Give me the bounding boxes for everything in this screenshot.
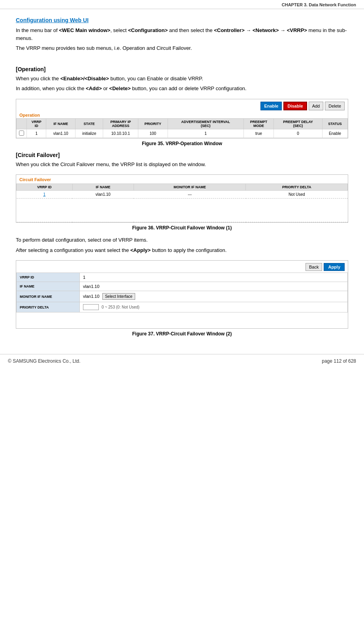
td-status: Enable: [322, 129, 347, 138]
cf-td-if-name: vlan1.10: [72, 191, 134, 199]
figure-36-container: Circuit Failover VRRP ID IF NAME MONITOR…: [16, 174, 348, 223]
detail-row-if-name: IF NAME vlan1.10: [17, 282, 348, 291]
operation-heading: [Operation]: [16, 66, 348, 72]
cf-table-header-row: VRRP ID IF NAME MONITOR IF NAME PRIORITY…: [17, 184, 348, 191]
td-priority: 100: [138, 129, 168, 138]
select-interface-button[interactable]: Select Interface: [102, 293, 135, 300]
bold-add: <Add>: [86, 85, 102, 91]
add-button[interactable]: Add: [309, 102, 324, 110]
intro-p2: The VRRP menu provides two sub menus, i.…: [16, 44, 348, 52]
monitor-if-value: vlan1.10: [83, 294, 100, 299]
bold-wec: <WEC Main window>: [59, 27, 110, 33]
cf-heading: [Circuit Failover]: [16, 152, 348, 158]
label-if-name: IF NAME: [17, 282, 80, 291]
detail-text-1: To perform detail configuration, select …: [16, 236, 348, 244]
value-vrrp-id: 1: [80, 273, 348, 282]
priority-delta-input[interactable]: [83, 304, 99, 310]
bold-config: <Configuration>: [128, 27, 168, 33]
th-checkbox: [17, 118, 27, 129]
bold-enable-disable: <Enable>/<Disable>: [60, 76, 109, 81]
cf-td-vrrp-id: 1: [17, 191, 73, 199]
detail-row-vrrp-id: VRRP ID 1: [17, 273, 348, 282]
enable-button[interactable]: Enable: [260, 102, 282, 110]
apply-button[interactable]: Apply: [324, 263, 345, 271]
cf-empty-row: [17, 199, 348, 222]
cf-empty-cell: [17, 199, 348, 222]
priority-hint: 0 ~ 253 (0: Not Used): [102, 305, 140, 309]
op-toolbar: Enable Disable Add Delete: [16, 99, 348, 112]
cf-section-label: Circuit Failover: [16, 175, 348, 184]
cf-th-priority-delta: PRIORITY DELTA: [246, 184, 348, 191]
figure-37-container: Back Apply VRRP ID 1 IF NAME vlan1.10 MO…: [16, 260, 348, 329]
copyright: © SAMSUNG Electronics Co., Ltd.: [8, 358, 81, 364]
fig37-bottom-padding: [16, 312, 348, 328]
cf-table-row: 1 vlan1.10 --- Not Used: [17, 191, 348, 199]
detail-text-2: After selecting a configuration you want…: [16, 246, 348, 254]
page-footer: © SAMSUNG Electronics Co., Ltd. page 112…: [0, 354, 364, 368]
back-button[interactable]: Back: [306, 263, 322, 271]
cf-td-priority-delta: Not Used: [246, 191, 348, 199]
op-text-2: In addition, when you click the <Add> or…: [16, 85, 348, 93]
intro-p1: In the menu bar of <WEC Main window>, se…: [16, 27, 348, 42]
label-monitor-if: MONITOR IF NAME: [17, 291, 80, 302]
td-vrrp-id: 1: [27, 129, 46, 138]
th-if-name: IF NAME: [46, 118, 75, 129]
bold-delete: <Delete>: [109, 85, 130, 91]
figure-35-container: Enable Disable Add Delete Operation VRRP…: [16, 99, 348, 138]
td-preempt-mode: true: [243, 129, 273, 138]
label-priority-delta: PRIORITY DELTA: [17, 302, 80, 312]
fig36-caption: Figure 36. VRRP-Circuit Failover Window …: [16, 225, 348, 231]
th-primary-ip: PRIMARY IPADDRESS: [103, 118, 138, 129]
td-preempt-delay: 0: [274, 129, 323, 138]
th-adv-interval: ADVERTISEMENT INTERVAL(SEC): [168, 118, 243, 129]
th-status: STATUS: [322, 118, 347, 129]
th-state: STATE: [75, 118, 103, 129]
detail-row-monitor-if: MONITOR IF NAME vlan1.10 Select Interfac…: [17, 291, 348, 302]
cf-td-monitor-if: ---: [134, 191, 246, 199]
td-if-name: vlan1.10: [46, 129, 75, 138]
operation-table: VRRPID IF NAME STATE PRIMARY IPADDRESS P…: [16, 118, 348, 138]
td-checkbox: [17, 129, 27, 138]
chapter-title: CHAPTER 3. Data Network Function: [282, 2, 356, 7]
fig35-caption: Figure 35. VRRP-Operation Window: [16, 141, 348, 146]
cf-th-vrrp-id: VRRP ID: [17, 184, 73, 191]
fig37-toolbar: Back Apply: [16, 261, 348, 273]
td-state: initialize: [75, 129, 103, 138]
cf-th-monitor-if: MONITOR IF NAME: [134, 184, 246, 191]
section-title: Configuration using Web UI: [16, 17, 348, 23]
cf-vrrp-link[interactable]: 1: [43, 192, 45, 197]
fig37-caption: Figure 37. VRRP-Circuit Failover Window …: [16, 331, 348, 337]
value-monitor-if: vlan1.10 Select Interface: [80, 291, 348, 302]
table-row: 1 vlan1.10 initialize 10.10.10.1 100 1 t…: [17, 129, 348, 138]
value-priority-delta: 0 ~ 253 (0: Not Used): [80, 302, 348, 312]
page-header: CHAPTER 3. Data Network Function: [0, 0, 364, 9]
delete-button[interactable]: Delete: [325, 102, 345, 110]
cf-table: VRRP ID IF NAME MONITOR IF NAME PRIORITY…: [16, 184, 348, 222]
disable-button[interactable]: Disable: [283, 102, 307, 110]
th-priority: PRIORITY: [138, 118, 168, 129]
page-content: Configuration using Web UI In the menu b…: [0, 9, 364, 350]
cf-text: When you click the Circuit Failover menu…: [16, 161, 348, 168]
op-text-1: When you click the <Enable>/<Disable> bu…: [16, 75, 348, 83]
bold-apply: <Apply>: [130, 247, 151, 253]
detail-table: VRRP ID 1 IF NAME vlan1.10 MONITOR IF NA…: [16, 273, 348, 312]
cf-th-if-name: IF NAME: [72, 184, 134, 191]
op-table-header-row: VRRPID IF NAME STATE PRIMARY IPADDRESS P…: [17, 118, 348, 129]
row-checkbox[interactable]: [19, 131, 24, 136]
detail-row-priority: PRIORITY DELTA 0 ~ 253 (0: Not Used): [17, 302, 348, 312]
th-preempt-delay: PREEMPT DELAY(SEC): [274, 118, 323, 129]
td-primary-ip: 10.10.10.1: [103, 129, 138, 138]
op-section-label: Operation: [16, 112, 348, 118]
th-preempt-mode: PREEMPTMODE: [243, 118, 273, 129]
td-adv-interval: 1: [168, 129, 243, 138]
value-if-name: vlan1.10: [80, 282, 348, 291]
bold-controller: <Controller> → <Network> → <VRRP>: [214, 27, 307, 33]
th-vrrp-id: VRRPID: [27, 118, 46, 129]
page-number: page 112 of 628: [322, 358, 356, 364]
label-vrrp-id: VRRP ID: [17, 273, 80, 282]
